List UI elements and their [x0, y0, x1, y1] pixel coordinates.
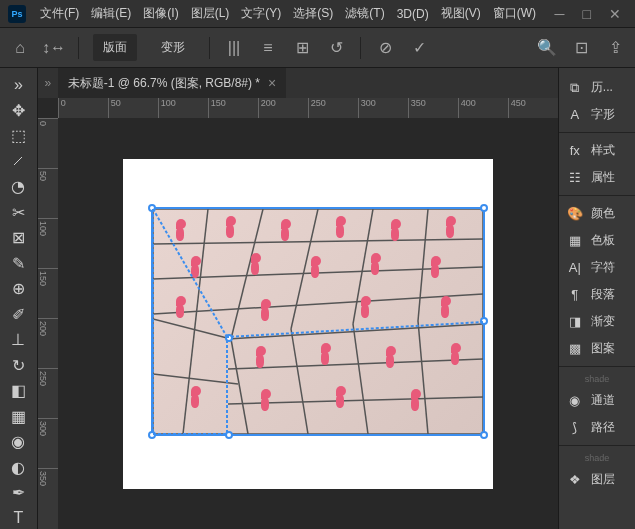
stamp-tool[interactable]: ⊥ [4, 329, 32, 351]
transform-controls-icon[interactable]: ↕↔ [44, 38, 64, 58]
color-icon: 🎨 [567, 206, 583, 221]
chevron-right-icon[interactable]: » [4, 74, 32, 96]
menu-type[interactable]: 文字(Y) [235, 1, 287, 26]
share-icon[interactable]: ⇪ [605, 38, 625, 58]
panel-group-label: shade [559, 371, 635, 387]
panel-layers[interactable]: ❖图层 [559, 466, 635, 493]
panel-paths[interactable]: ⟆路径 [559, 414, 635, 441]
panel-swatches[interactable]: ▦色板 [559, 227, 635, 254]
gradient-tool[interactable]: ▦ [4, 406, 32, 428]
menu-3d[interactable]: 3D(D) [391, 3, 435, 25]
grid-icon[interactable]: ⊞ [292, 38, 312, 58]
gradient-icon: ◨ [567, 314, 583, 329]
healing-tool[interactable]: ⊕ [4, 278, 32, 300]
options-bar: ⌂ ↕↔ 版面 变形 ||| ≡ ⊞ ↺ ⊘ ✓ 🔍 ⊡ ⇪ [0, 28, 635, 68]
channels-icon: ◉ [567, 393, 583, 408]
maximize-icon[interactable]: □ [583, 6, 591, 22]
quick-select-tool[interactable]: ◔ [4, 176, 32, 198]
canvas-page [123, 159, 493, 489]
blur-tool[interactable]: ◉ [4, 431, 32, 453]
tab-title: 未标题-1 @ 66.7% (图案, RGB/8#) * [68, 75, 260, 92]
panel-patterns[interactable]: ▩图案 [559, 335, 635, 362]
menu-layer[interactable]: 图层(L) [185, 1, 236, 26]
brush-tool[interactable]: ✐ [4, 304, 32, 326]
canvas-area[interactable] [58, 118, 558, 529]
layout-toggle[interactable]: 版面 [93, 34, 137, 61]
panel-styles[interactable]: fx样式 [559, 137, 635, 164]
pattern-layer[interactable] [153, 209, 483, 434]
menu-filter[interactable]: 滤镜(T) [339, 1, 390, 26]
svg-line-20 [153, 374, 238, 384]
search-icon[interactable]: 🔍 [537, 38, 557, 58]
minimize-icon[interactable]: ─ [555, 6, 565, 22]
close-icon[interactable]: ✕ [609, 6, 621, 22]
reset-icon[interactable]: ↺ [326, 38, 346, 58]
paths-icon: ⟆ [567, 420, 583, 435]
svg-line-1 [153, 239, 483, 244]
history-brush-tool[interactable]: ↻ [4, 355, 32, 377]
svg-line-16 [291, 329, 308, 434]
panel-channels[interactable]: ◉通道 [559, 387, 635, 414]
transform-toggle[interactable]: 变形 [151, 34, 195, 61]
align-horiz-icon[interactable]: ≡ [258, 38, 278, 58]
panel-glyphs[interactable]: A字形 [559, 101, 635, 128]
panel-character[interactable]: A|字符 [559, 254, 635, 281]
swatches-icon: ▦ [567, 233, 583, 248]
tools-panel: » ✥ ⬚ ⟋ ◔ ✂ ⊠ ✎ ⊕ ✐ ⊥ ↻ ◧ ▦ ◉ ◐ ✒ T [0, 68, 38, 529]
patterns-icon: ▩ [567, 341, 583, 356]
lasso-tool[interactable]: ⟋ [4, 151, 32, 173]
commit-icon[interactable]: ✓ [409, 38, 429, 58]
svg-line-15 [231, 339, 248, 434]
eraser-tool[interactable]: ◧ [4, 380, 32, 402]
history-icon: ⧉ [567, 80, 583, 96]
move-tool[interactable]: ✥ [4, 100, 32, 122]
dodge-tool[interactable]: ◐ [4, 457, 32, 479]
menu-view[interactable]: 视图(V) [435, 1, 487, 26]
document-tab[interactable]: 未标题-1 @ 66.7% (图案, RGB/8#) * × [58, 68, 286, 98]
cancel-icon[interactable]: ⊘ [375, 38, 395, 58]
marquee-tool[interactable]: ⬚ [4, 125, 32, 147]
crop-tool[interactable]: ✂ [4, 202, 32, 224]
menu-image[interactable]: 图像(I) [137, 1, 184, 26]
type-tool[interactable]: T [4, 508, 32, 530]
tab-close-icon[interactable]: × [268, 75, 276, 91]
properties-icon: ☷ [567, 170, 583, 185]
workspace-icon[interactable]: ⊡ [571, 38, 591, 58]
home-icon[interactable]: ⌂ [10, 38, 30, 58]
app-logo: Ps [8, 5, 26, 23]
layers-icon: ❖ [567, 472, 583, 487]
menu-window[interactable]: 窗口(W) [487, 1, 542, 26]
panel-color[interactable]: 🎨颜色 [559, 200, 635, 227]
menu-edit[interactable]: 编辑(E) [85, 1, 137, 26]
menu-select[interactable]: 选择(S) [287, 1, 339, 26]
panel-properties[interactable]: ☷属性 [559, 164, 635, 191]
panel-history[interactable]: ⧉历... [559, 74, 635, 101]
menu-file[interactable]: 文件(F) [34, 1, 85, 26]
glyphs-icon: A [567, 107, 583, 122]
panel-group-label: shade [559, 450, 635, 466]
vertical-ruler: 050100150200250300350 [38, 118, 58, 529]
frame-tool[interactable]: ⊠ [4, 227, 32, 249]
pen-tool[interactable]: ✒ [4, 482, 32, 504]
svg-line-19 [153, 319, 231, 339]
paragraph-icon: ¶ [567, 287, 583, 302]
svg-line-17 [353, 324, 368, 434]
panel-paragraph[interactable]: ¶段落 [559, 281, 635, 308]
character-icon: A| [567, 260, 583, 275]
styles-icon: fx [567, 143, 583, 158]
panel-gradient[interactable]: ◨渐变 [559, 308, 635, 335]
horizontal-ruler: 050100150200250300350400450 [58, 98, 558, 118]
tabs-chevron-icon[interactable]: » [38, 76, 58, 90]
eyedropper-tool[interactable]: ✎ [4, 253, 32, 275]
align-vert-icon[interactable]: ||| [224, 38, 244, 58]
panels-dock: ⧉历... A字形 fx样式 ☷属性 🎨颜色 ▦色板 A|字符 ¶段落 ◨渐变 … [558, 68, 635, 529]
